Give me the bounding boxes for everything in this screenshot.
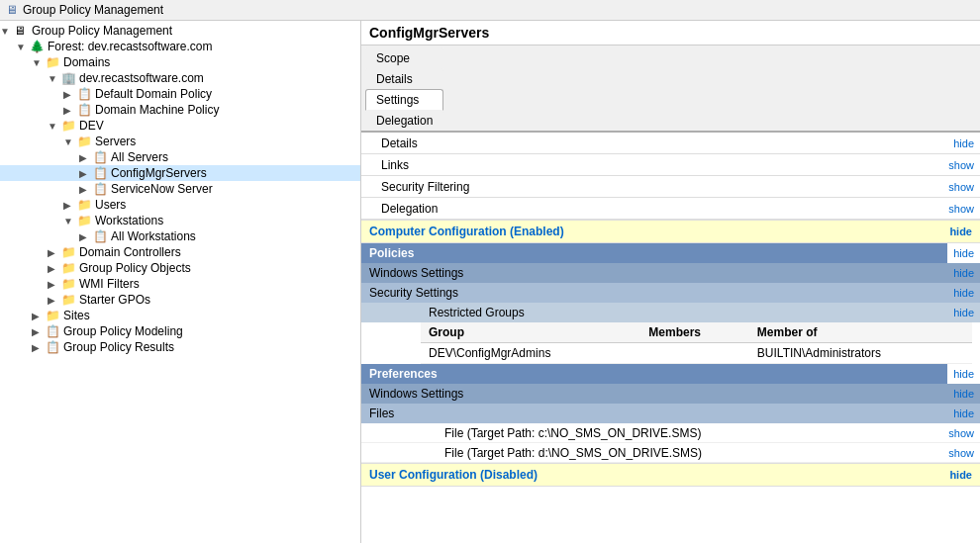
tree-toggle-dev-domain[interactable]: ▼ [48, 73, 61, 84]
pref-windows-settings-toggle[interactable]: hide [947, 386, 980, 402]
group-cell: DEV\ConfigMgrAdmins [421, 343, 640, 364]
tree-icon-default-policy: 📋 [77, 87, 93, 101]
security-settings-toggle[interactable]: hide [947, 285, 980, 301]
tree-item-dev-ou[interactable]: ▼📁DEV [0, 118, 360, 134]
security-toggle[interactable]: show [942, 179, 980, 195]
comp-config-title: Computer Configuration (Enabled) [369, 225, 564, 238]
restricted-groups-table: Group Members Member of DEV\ConfigMgrAdm… [421, 322, 972, 364]
tree-toggle-wmi-filters[interactable]: ▶ [48, 279, 61, 290]
tree-label-users-ou: Users [95, 198, 126, 212]
tree-item-machine-policy[interactable]: ▶📋Domain Machine Policy [0, 102, 360, 118]
file-toggle-1[interactable]: show [942, 445, 980, 461]
tree-label-gp-results: Group Policy Results [63, 340, 174, 354]
comp-config-header: Computer Configuration (Enabled) hide [361, 220, 980, 243]
right-title: ConfigMgrServers [361, 21, 980, 45]
details-section-row: Details hide [361, 133, 980, 154]
security-section-row: Security Filtering show [361, 176, 980, 198]
tree-toggle-starter-gpos[interactable]: ▶ [48, 295, 61, 306]
tree-toggle-all-servers[interactable]: ▶ [79, 152, 93, 163]
tree-icon-dev-domain: 🏢 [61, 71, 77, 85]
tab-settings[interactable]: Settings [365, 89, 443, 111]
tree-item-gp-modeling[interactable]: ▶📋Group Policy Modeling [0, 323, 360, 339]
user-config-title: User Configuration (Disabled) [369, 468, 538, 482]
security-label: Security Filtering [361, 177, 942, 197]
tree-toggle-users-ou[interactable]: ▶ [63, 200, 77, 211]
tree-toggle-forest[interactable]: ▼ [16, 42, 30, 52]
tree-toggle-default-policy[interactable]: ▶ [63, 89, 77, 100]
left-panel[interactable]: ▼🖥Group Policy Management▼🌲Forest: dev.r… [0, 21, 361, 543]
tree-toggle-configmgr-servers[interactable]: ▶ [79, 168, 93, 179]
tree-toggle-sites[interactable]: ▶ [32, 311, 46, 321]
tab-delegation[interactable]: Delegation [365, 110, 443, 131]
tree-item-users-ou[interactable]: ▶📁Users [0, 197, 360, 213]
tree-item-gp-results[interactable]: ▶📋Group Policy Results [0, 339, 360, 355]
file-label-0: File (Target Path: c:\NO_SMS_ON_DRIVE.SM… [361, 424, 942, 442]
policies-toggle[interactable]: hide [947, 245, 980, 261]
tree-label-dev-ou: DEV [79, 119, 104, 133]
links-label: Links [361, 155, 942, 175]
file-toggle-0[interactable]: show [942, 425, 980, 441]
user-config-toggle[interactable]: hide [949, 469, 972, 481]
tree-item-servers-ou[interactable]: ▼📁Servers [0, 134, 360, 149]
policies-row: Policies hide [361, 243, 980, 263]
tree-toggle-gp-modeling[interactable]: ▶ [32, 326, 46, 337]
tree-item-sites[interactable]: ▶📁Sites [0, 308, 360, 323]
content-area[interactable]: Details hide Links show Security Filteri… [361, 133, 980, 543]
tree-label-servicenow-server: ServiceNow Server [111, 182, 213, 196]
tree-toggle-workstations-ou[interactable]: ▼ [63, 216, 77, 226]
tree-label-gpm-root: Group Policy Management [32, 24, 172, 38]
tab-scope[interactable]: Scope [365, 47, 443, 68]
tree-item-gpm-root[interactable]: ▼🖥Group Policy Management [0, 23, 360, 39]
tree-item-wmi-filters[interactable]: ▶📁WMI Filters [0, 276, 360, 292]
main-layout: ▼🖥Group Policy Management▼🌲Forest: dev.r… [0, 21, 980, 543]
links-toggle[interactable]: show [942, 157, 980, 173]
windows-settings-header: Windows Settings [361, 263, 947, 283]
file-item-0: File (Target Path: c:\NO_SMS_ON_DRIVE.SM… [361, 423, 980, 443]
windows-settings-toggle[interactable]: hide [947, 265, 980, 281]
tree-item-gpo-objects[interactable]: ▶📁Group Policy Objects [0, 260, 360, 276]
pref-windows-settings-header: Windows Settings [361, 384, 947, 404]
title-bar: 🖥 Group Policy Management [0, 0, 980, 21]
tree-item-domains[interactable]: ▼📁Domains [0, 54, 360, 70]
tree-toggle-domains[interactable]: ▼ [32, 57, 46, 68]
tree-item-default-policy[interactable]: ▶📋Default Domain Policy [0, 86, 360, 102]
preferences-header: Preferences [361, 364, 947, 384]
tree-item-servicenow-server[interactable]: ▶📋ServiceNow Server [0, 181, 360, 197]
tree-item-starter-gpos[interactable]: ▶📁Starter GPOs [0, 292, 360, 308]
tabs-bar: ScopeDetailsSettingsDelegation [361, 45, 980, 133]
files-toggle[interactable]: hide [947, 406, 980, 421]
tree-toggle-gp-results[interactable]: ▶ [32, 342, 46, 353]
memberof-col-header: Member of [749, 322, 972, 343]
links-section-row: Links show [361, 154, 980, 176]
tree-toggle-servicenow-server[interactable]: ▶ [79, 184, 93, 195]
delegation-toggle[interactable]: show [942, 201, 980, 217]
tree-item-forest[interactable]: ▼🌲Forest: dev.recastsoftware.com [0, 39, 360, 54]
members-cell [640, 343, 749, 364]
tab-details[interactable]: Details [365, 68, 443, 89]
tree-item-dev-domain[interactable]: ▼🏢dev.recastsoftware.com [0, 70, 360, 86]
tree-toggle-domain-controllers[interactable]: ▶ [48, 247, 61, 258]
restricted-group-row-0: DEV\ConfigMgrAdmins BUILTIN\Administrato… [421, 343, 972, 364]
tree-label-machine-policy: Domain Machine Policy [95, 103, 219, 117]
tree-icon-gp-modeling: 📋 [46, 324, 61, 338]
tree-toggle-servers-ou[interactable]: ▼ [63, 136, 77, 147]
tree-toggle-gpm-root[interactable]: ▼ [0, 26, 14, 37]
tree-icon-configmgr-servers: 📋 [93, 166, 109, 180]
preferences-toggle[interactable]: hide [947, 366, 980, 382]
tree-toggle-gpo-objects[interactable]: ▶ [48, 263, 61, 274]
tree-item-domain-controllers[interactable]: ▶📁Domain Controllers [0, 244, 360, 260]
details-label: Details [361, 134, 947, 153]
tree-toggle-machine-policy[interactable]: ▶ [63, 105, 77, 116]
tree-item-all-workstations[interactable]: ▶📋All Workstations [0, 228, 360, 244]
details-toggle[interactable]: hide [947, 136, 980, 151]
restricted-groups-toggle[interactable]: hide [947, 305, 980, 320]
security-settings-header: Security Settings [361, 283, 947, 303]
tree-icon-workstations-ou: 📁 [77, 214, 93, 227]
tree-item-configmgr-servers[interactable]: ▶📋ConfigMgrServers [0, 165, 360, 181]
tree-toggle-all-workstations[interactable]: ▶ [79, 231, 93, 242]
tree-label-default-policy: Default Domain Policy [95, 87, 212, 101]
tree-item-all-servers[interactable]: ▶📋All Servers [0, 149, 360, 165]
tree-item-workstations-ou[interactable]: ▼📁Workstations [0, 213, 360, 228]
tree-toggle-dev-ou[interactable]: ▼ [48, 121, 61, 132]
comp-config-toggle[interactable]: hide [949, 226, 972, 237]
